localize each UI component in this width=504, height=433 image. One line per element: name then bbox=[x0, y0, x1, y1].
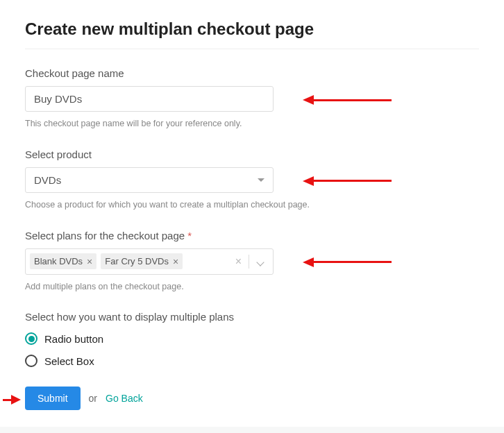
bottom-strip bbox=[0, 427, 504, 433]
checkout-name-input[interactable] bbox=[25, 86, 274, 112]
plans-helper: Add multiple plans on the checkout page. bbox=[25, 280, 317, 294]
radio-option-label: Select Box bbox=[44, 355, 94, 367]
radio-option-select-box[interactable]: Select Box bbox=[25, 355, 479, 367]
go-back-link[interactable]: Go Back bbox=[106, 393, 143, 404]
radio-option-label: Radio button bbox=[44, 333, 103, 345]
open-dropdown-button[interactable] bbox=[251, 255, 266, 267]
remove-chip-icon[interactable]: × bbox=[173, 257, 178, 266]
plans-multiselect[interactable]: Blank DVDs × Far Cry 5 DVDs × × bbox=[25, 248, 274, 275]
caret-down-icon bbox=[258, 178, 264, 182]
field-product: Select product DVDs Choose a product for… bbox=[25, 148, 479, 212]
annotation-arrow-icon bbox=[303, 178, 392, 185]
plan-chip: Blank DVDs × bbox=[30, 253, 96, 269]
chevron-down-icon bbox=[256, 258, 264, 266]
checkout-name-helper: This checkout page name will be for your… bbox=[25, 117, 317, 130]
radio-icon bbox=[25, 355, 37, 367]
field-display-mode: Select how you want to display multiple … bbox=[25, 311, 479, 367]
product-select[interactable]: DVDs bbox=[25, 167, 274, 193]
display-mode-label: Select how you want to display multiple … bbox=[25, 311, 479, 323]
plans-label: Select plans for the checkout page * bbox=[25, 230, 479, 241]
annotation-arrow-icon bbox=[3, 395, 21, 405]
product-label: Select product bbox=[25, 148, 479, 160]
page-title: Create new multiplan checkout page bbox=[25, 19, 479, 39]
required-mark: * bbox=[187, 230, 192, 241]
product-helper: Choose a product for which you want to c… bbox=[25, 198, 317, 212]
radio-icon bbox=[25, 332, 37, 345]
or-text: or bbox=[89, 393, 97, 404]
form-actions: Submit or Go Back bbox=[25, 387, 479, 410]
product-select-value: DVDs bbox=[34, 174, 61, 186]
title-divider bbox=[25, 49, 479, 49]
plan-chip: Far Cry 5 DVDs × bbox=[101, 253, 183, 269]
field-checkout-name: Checkout page name This checkout page na… bbox=[25, 67, 479, 130]
plan-chip-label: Far Cry 5 DVDs bbox=[105, 256, 169, 266]
divider bbox=[249, 255, 249, 269]
plans-chips: Blank DVDs × Far Cry 5 DVDs × bbox=[30, 253, 223, 269]
multiselect-controls: × bbox=[223, 255, 273, 269]
display-radio-group: Radio button Select Box bbox=[25, 332, 479, 367]
plan-chip-label: Blank DVDs bbox=[34, 256, 83, 266]
annotation-arrow-icon bbox=[303, 96, 392, 103]
checkout-name-label: Checkout page name bbox=[25, 67, 479, 79]
radio-option-radio-button[interactable]: Radio button bbox=[25, 332, 479, 345]
annotation-arrow-icon bbox=[303, 259, 392, 266]
remove-chip-icon[interactable]: × bbox=[87, 257, 92, 266]
submit-button[interactable]: Submit bbox=[25, 387, 81, 410]
field-plans: Select plans for the checkout page * Bla… bbox=[25, 230, 479, 294]
clear-all-icon[interactable]: × bbox=[230, 255, 247, 268]
